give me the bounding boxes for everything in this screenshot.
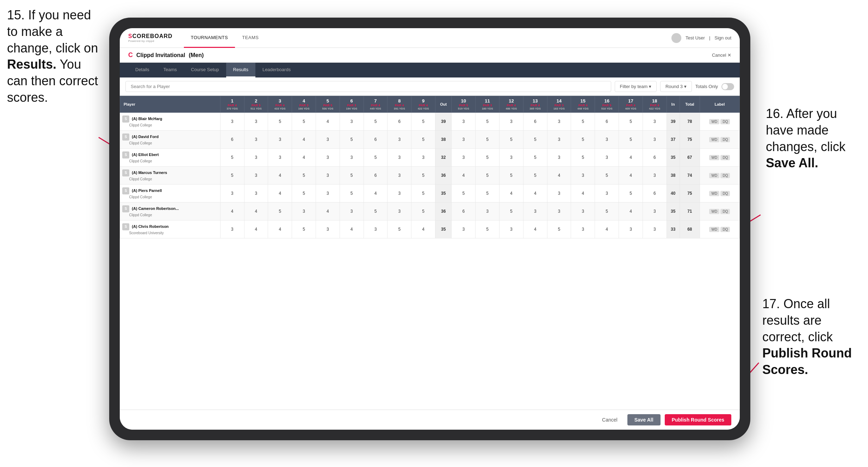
- hole-17-score[interactable]: 4: [619, 167, 643, 185]
- hole-17-score[interactable]: 4: [619, 149, 643, 167]
- hole-10-score[interactable]: 4: [452, 167, 476, 185]
- round-select-button[interactable]: Round 3 ▾: [660, 81, 692, 92]
- dq-button[interactable]: DQ: [720, 155, 730, 160]
- hole-8-score[interactable]: 3: [388, 131, 411, 149]
- hole-9-score[interactable]: 5: [411, 167, 435, 185]
- hole-15-score[interactable]: 5: [571, 113, 595, 131]
- search-input[interactable]: [125, 81, 611, 92]
- hole-8-score[interactable]: 6: [388, 113, 411, 131]
- hole-14-score[interactable]: 3: [547, 149, 571, 167]
- hole-3-score[interactable]: 3: [268, 149, 292, 167]
- hole-4-score[interactable]: 4: [292, 149, 316, 167]
- dq-button[interactable]: DQ: [720, 209, 730, 214]
- hole-2-score[interactable]: 4: [244, 203, 268, 220]
- hole-16-score[interactable]: 4: [595, 220, 619, 238]
- hole-3-score[interactable]: 5: [268, 203, 292, 220]
- hole-7-score[interactable]: 6: [364, 167, 388, 185]
- hole-11-score[interactable]: 3: [476, 203, 500, 220]
- dq-button[interactable]: DQ: [720, 191, 730, 196]
- hole-3-score[interactable]: 4: [268, 167, 292, 185]
- hole-18-score[interactable]: 3: [643, 131, 666, 149]
- hole-5-score[interactable]: 3: [316, 167, 340, 185]
- hole-6-score[interactable]: 5: [340, 131, 364, 149]
- hole-6-score[interactable]: 3: [340, 113, 364, 131]
- hole-14-score[interactable]: 3: [547, 203, 571, 220]
- hole-10-score[interactable]: 3: [452, 149, 476, 167]
- hole-7-score[interactable]: 3: [364, 220, 388, 238]
- nav-tournaments[interactable]: TOURNAMENTS: [184, 28, 235, 48]
- hole-12-score[interactable]: 3: [500, 149, 523, 167]
- wd-button[interactable]: WD: [709, 119, 719, 124]
- wd-button[interactable]: WD: [709, 137, 719, 142]
- tab-teams[interactable]: Teams: [156, 63, 184, 77]
- hole-7-score[interactable]: 5: [364, 203, 388, 220]
- sign-out-link[interactable]: Sign out: [714, 35, 731, 41]
- hole-15-score[interactable]: 5: [571, 131, 595, 149]
- hole-5-score[interactable]: 4: [316, 113, 340, 131]
- hole-9-score[interactable]: 4: [411, 220, 435, 238]
- hole-1-score[interactable]: 4: [220, 203, 244, 220]
- hole-4-score[interactable]: 3: [292, 203, 316, 220]
- hole-6-score[interactable]: 3: [340, 203, 364, 220]
- hole-15-score[interactable]: 3: [571, 220, 595, 238]
- hole-12-score[interactable]: 3: [500, 220, 523, 238]
- hole-5-score[interactable]: 3: [316, 149, 340, 167]
- hole-16-score[interactable]: 5: [595, 167, 619, 185]
- hole-1-score[interactable]: 3: [220, 113, 244, 131]
- hole-5-score[interactable]: 3: [316, 220, 340, 238]
- hole-4-score[interactable]: 5: [292, 113, 316, 131]
- hole-8-score[interactable]: 3: [388, 167, 411, 185]
- hole-8-score[interactable]: 3: [388, 149, 411, 167]
- publish-round-scores-button[interactable]: Publish Round Scores: [665, 414, 731, 425]
- hole-17-score[interactable]: 4: [619, 203, 643, 220]
- cancel-button[interactable]: Cancel: [596, 414, 623, 425]
- hole-5-score[interactable]: 4: [316, 203, 340, 220]
- hole-10-score[interactable]: 3: [452, 220, 476, 238]
- hole-14-score[interactable]: 3: [547, 131, 571, 149]
- tab-course-setup[interactable]: Course Setup: [184, 63, 226, 77]
- hole-14-score[interactable]: 4: [547, 167, 571, 185]
- hole-8-score[interactable]: 3: [388, 203, 411, 220]
- hole-3-score[interactable]: 4: [268, 220, 292, 238]
- hole-8-score[interactable]: 3: [388, 185, 411, 203]
- hole-18-score[interactable]: 6: [643, 149, 666, 167]
- hole-11-score[interactable]: 5: [476, 220, 500, 238]
- hole-10-score[interactable]: 6: [452, 203, 476, 220]
- tab-details[interactable]: Details: [128, 63, 156, 77]
- hole-17-score[interactable]: 5: [619, 185, 643, 203]
- hole-4-score[interactable]: 5: [292, 167, 316, 185]
- hole-4-score[interactable]: 5: [292, 220, 316, 238]
- hole-17-score[interactable]: 5: [619, 113, 643, 131]
- hole-9-score[interactable]: 3: [411, 149, 435, 167]
- hole-12-score[interactable]: 5: [500, 167, 523, 185]
- wd-button[interactable]: WD: [709, 155, 719, 160]
- hole-13-score[interactable]: 4: [523, 185, 547, 203]
- hole-6-score[interactable]: 4: [340, 220, 364, 238]
- dq-button[interactable]: DQ: [720, 119, 730, 124]
- hole-16-score[interactable]: 3: [595, 149, 619, 167]
- hole-2-score[interactable]: 3: [244, 167, 268, 185]
- hole-13-score[interactable]: 4: [523, 220, 547, 238]
- hole-9-score[interactable]: 5: [411, 131, 435, 149]
- hole-11-score[interactable]: 5: [476, 185, 500, 203]
- hole-15-score[interactable]: 3: [571, 203, 595, 220]
- hole-2-score[interactable]: 3: [244, 185, 268, 203]
- hole-11-score[interactable]: 5: [476, 167, 500, 185]
- hole-10-score[interactable]: 3: [452, 113, 476, 131]
- hole-3-score[interactable]: 3: [268, 131, 292, 149]
- hole-2-score[interactable]: 4: [244, 220, 268, 238]
- hole-12-score[interactable]: 5: [500, 131, 523, 149]
- hole-7-score[interactable]: 5: [364, 113, 388, 131]
- wd-button[interactable]: WD: [709, 209, 719, 214]
- filter-by-team-button[interactable]: Filter by team ▾: [615, 81, 657, 92]
- hole-13-score[interactable]: 5: [523, 167, 547, 185]
- hole-12-score[interactable]: 5: [500, 203, 523, 220]
- hole-17-score[interactable]: 3: [619, 220, 643, 238]
- hole-7-score[interactable]: 4: [364, 185, 388, 203]
- hole-17-score[interactable]: 5: [619, 131, 643, 149]
- hole-18-score[interactable]: 6: [643, 185, 666, 203]
- hole-7-score[interactable]: 6: [364, 131, 388, 149]
- hole-6-score[interactable]: 3: [340, 149, 364, 167]
- hole-8-score[interactable]: 5: [388, 220, 411, 238]
- hole-11-score[interactable]: 5: [476, 131, 500, 149]
